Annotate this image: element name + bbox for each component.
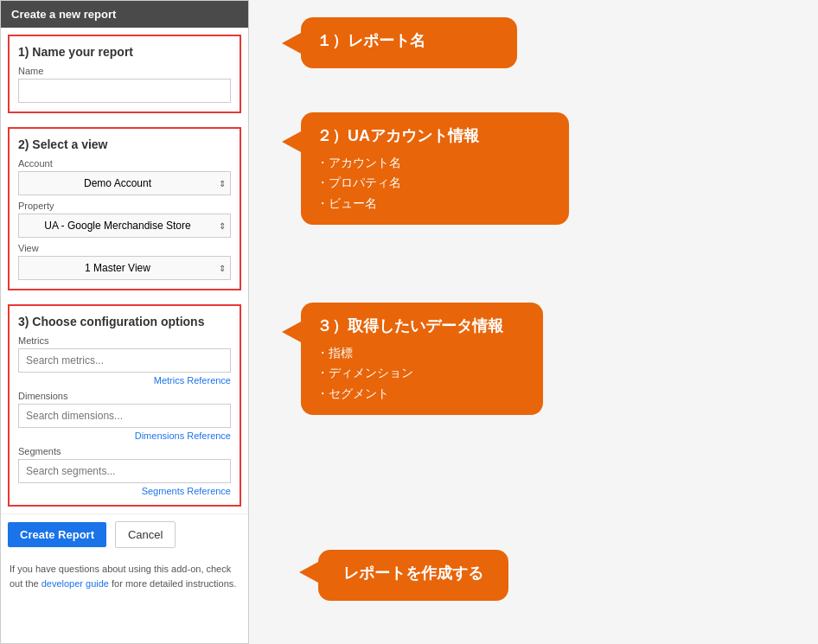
account-select[interactable]: Demo Account — [18, 171, 231, 195]
callout3-bullet3: ・セグメント — [316, 384, 527, 405]
footer-text-after: for more detailed instructions. — [109, 578, 236, 589]
section1-title: 1) Name your report — [18, 45, 231, 59]
button-row: Create Report Cancel — [1, 513, 248, 555]
segments-search-input[interactable] — [18, 459, 231, 483]
create-report-button[interactable]: Create Report — [8, 522, 106, 547]
callout1-title: １）レポート名 — [316, 28, 502, 54]
section2-title: 2) Select a view — [18, 137, 231, 151]
view-select[interactable]: 1 Master View — [18, 256, 231, 280]
callout2-bullet1: ・アカウント名 — [316, 153, 553, 174]
callout-create-report: レポートを作成する — [318, 550, 508, 601]
callout2-title: ２）UAアカウント情報 — [316, 123, 553, 150]
dimensions-reference-link[interactable]: Dimensions Reference — [18, 430, 231, 441]
section-config-options: 3) Choose configuration options Metrics … — [8, 304, 241, 507]
callout2-bullet3: ・ビュー名 — [316, 194, 553, 214]
panel-header: Create a new report — [1, 1, 248, 28]
callout-data-info: ３）取得したいデータ情報 ・指標 ・ディメンション ・セグメント — [301, 303, 543, 415]
report-name-input[interactable] — [18, 79, 231, 103]
metrics-reference-link[interactable]: Metrics Reference — [18, 375, 231, 386]
section-select-view: 2) Select a view Account Demo Account ⇕ … — [8, 127, 241, 290]
metrics-label: Metrics — [18, 335, 231, 346]
account-select-wrapper: Demo Account ⇕ — [18, 171, 231, 195]
dimensions-label: Dimensions — [18, 391, 231, 401]
callout2-bullet2: ・プロパティ名 — [316, 173, 553, 194]
callout3-bullet1: ・指標 — [316, 343, 527, 364]
callout3-title: ３）取得したいデータ情報 — [316, 313, 527, 340]
callout3-bullet2: ・ディメンション — [316, 363, 527, 384]
segments-reference-link[interactable]: Segments Reference — [18, 486, 231, 496]
property-select-wrapper: UA - Google Merchandise Store ⇕ — [18, 214, 231, 238]
left-panel: Create a new report 1) Name your report … — [0, 0, 249, 644]
metrics-search-input[interactable] — [18, 348, 231, 373]
name-label: Name — [18, 66, 231, 76]
right-panel: １）レポート名 ２）UAアカウント情報 ・アカウント名 ・プロパティ名 ・ビュー… — [249, 0, 818, 644]
property-label: Property — [18, 201, 231, 211]
property-select[interactable]: UA - Google Merchandise Store — [18, 214, 231, 238]
callout-report-name: １）レポート名 — [301, 17, 517, 68]
account-label: Account — [18, 158, 231, 169]
footer-text: If you have questions about using this a… — [1, 555, 248, 597]
section-name-report: 1) Name your report Name — [8, 35, 241, 113]
view-label: View — [18, 243, 231, 253]
callout-ua-account: ２）UAアカウント情報 ・アカウント名 ・プロパティ名 ・ビュー名 — [301, 112, 569, 225]
view-select-wrapper: 1 Master View ⇕ — [18, 256, 231, 280]
segments-label: Segments — [18, 446, 231, 456]
developer-guide-link[interactable]: developer guide — [42, 578, 109, 589]
cancel-button[interactable]: Cancel — [115, 521, 176, 548]
dimensions-search-input[interactable] — [18, 404, 231, 428]
section3-title: 3) Choose configuration options — [18, 315, 231, 328]
panel-title: Create a new report — [11, 8, 116, 21]
callout4-title: レポートを作成する — [334, 560, 493, 587]
